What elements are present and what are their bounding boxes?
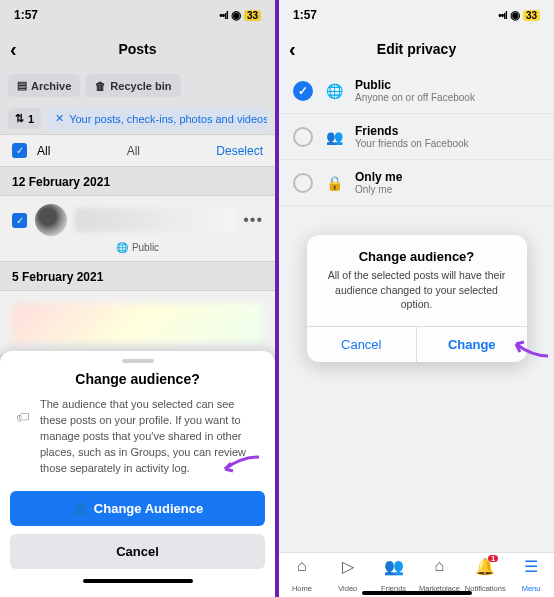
select-all-label: All: [37, 144, 50, 158]
tag-icon: 🏷: [16, 409, 30, 425]
wifi-icon: ◉: [231, 8, 241, 22]
bell-icon: 🔔1: [462, 557, 508, 577]
tab-menu[interactable]: ☰Menu: [508, 557, 554, 595]
post-audience: 🌐 Public: [0, 236, 275, 253]
status-time: 1:57: [14, 8, 38, 22]
notification-badge: 1: [488, 555, 498, 562]
change-audience-label: Change Audience: [94, 501, 203, 516]
more-icon[interactable]: •••: [243, 211, 263, 229]
filter-count-button[interactable]: ⇅ 1: [8, 108, 41, 129]
avatar: [35, 204, 67, 236]
tab-video[interactable]: ▷Video: [325, 557, 371, 595]
tab-label: Video: [338, 584, 357, 593]
cancel-button[interactable]: Cancel: [10, 534, 265, 569]
phone-privacy-screen: 1:57 ••ıl ◉ 33 ‹ Edit privacy 🌐PublicAny…: [277, 0, 554, 597]
post-checkbox[interactable]: ✓: [12, 213, 27, 228]
alert-overlay: Change audience? All of the selected pos…: [279, 0, 554, 597]
phone-posts-screen: 1:57 ••ıl ◉ 33 ‹ Posts ▤ Archive 🗑 Recyc…: [0, 0, 277, 597]
select-mid-label: All: [50, 144, 216, 158]
filter-count: 1: [28, 113, 34, 125]
deselect-button[interactable]: Deselect: [216, 144, 263, 158]
tab-friends[interactable]: 👥Friends: [371, 557, 417, 595]
home-icon: ⌂: [279, 557, 325, 577]
sheet-grabber[interactable]: [122, 359, 154, 363]
friends-icon: 👥: [371, 557, 417, 577]
post-item[interactable]: ✓ ••• 🌐 Public: [0, 195, 275, 262]
header: ‹ Posts: [0, 30, 275, 68]
post-content-redacted: [75, 208, 235, 232]
globe-icon: 🌐: [116, 242, 128, 253]
home-indicator[interactable]: [83, 579, 193, 583]
archive-icon: ▤: [17, 79, 27, 92]
tab-label: Home: [292, 584, 312, 593]
date-header: 12 February 2021: [0, 167, 275, 195]
alert-message: All of the selected posts will have thei…: [307, 268, 527, 326]
tab-home[interactable]: ⌂Home: [279, 557, 325, 595]
market-icon: ⌂: [416, 557, 462, 577]
battery-indicator: 33: [244, 10, 261, 21]
filter-chip-label: Your posts, check-ins, photos and videos: [69, 113, 267, 125]
alert-cancel-button[interactable]: Cancel: [307, 327, 418, 362]
select-row: ✓ All All Deselect: [0, 134, 275, 167]
archive-label: Archive: [31, 80, 71, 92]
close-icon[interactable]: ✕: [55, 112, 64, 125]
tab-label: Menu: [522, 584, 541, 593]
video-icon: ▷: [325, 557, 371, 577]
change-audience-button[interactable]: 👤 Change Audience: [10, 491, 265, 526]
confirm-dialog: Change audience? All of the selected pos…: [307, 235, 527, 362]
filter-icon: ⇅: [15, 112, 24, 125]
home-indicator[interactable]: [362, 591, 472, 595]
post-item[interactable]: [0, 290, 275, 356]
alert-confirm-button[interactable]: Change: [417, 327, 527, 362]
post-audience-label: Public: [132, 242, 159, 253]
date-header: 5 February 2021: [0, 262, 275, 290]
person-icon: 👤: [72, 501, 88, 516]
status-bar: 1:57 ••ıl ◉ 33: [0, 0, 275, 30]
alert-title: Change audience?: [307, 235, 527, 268]
recycle-button[interactable]: 🗑 Recycle bin: [86, 74, 180, 97]
filter-chip[interactable]: ✕ Your posts, check-ins, photos and vide…: [47, 107, 267, 130]
bottom-sheet: Change audience? 🏷 The audience that you…: [0, 351, 275, 597]
select-all-checkbox[interactable]: ✓: [12, 143, 27, 158]
signal-icon: ••ıl: [219, 10, 228, 21]
post-content-redacted: [12, 303, 263, 343]
sheet-body-text: The audience that you selected can see t…: [40, 397, 259, 477]
archive-button[interactable]: ▤ Archive: [8, 74, 80, 97]
recycle-label: Recycle bin: [110, 80, 171, 92]
tab-notifications[interactable]: 🔔1Notifications: [462, 557, 508, 595]
trash-icon: 🗑: [95, 80, 106, 92]
toolbar: ▤ Archive 🗑 Recycle bin: [0, 68, 275, 103]
filter-row: ⇅ 1 ✕ Your posts, check-ins, photos and …: [0, 103, 275, 134]
menu-icon: ☰: [508, 557, 554, 577]
sheet-title: Change audience?: [10, 371, 265, 387]
tab-marketplace[interactable]: ⌂Marketplace: [416, 557, 462, 595]
page-title: Posts: [0, 41, 275, 57]
